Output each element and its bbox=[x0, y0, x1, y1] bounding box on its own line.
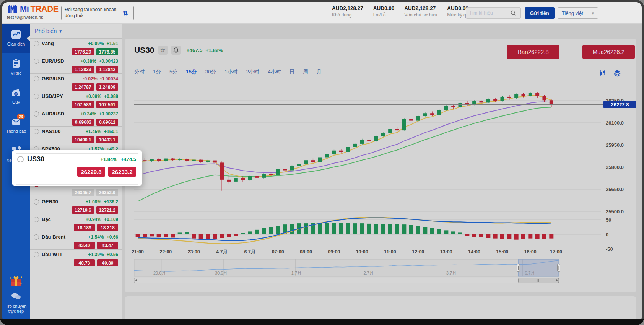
favorite-star-button[interactable]: ☆ bbox=[158, 46, 168, 55]
svg-text:30.6月: 30.6月 bbox=[215, 271, 227, 275]
svg-text:29.6月: 29.6月 bbox=[153, 271, 166, 275]
watchlist-row[interactable]: NAS100 +1.45%+150.1 10490.1 10493.1 bbox=[30, 126, 122, 144]
bid-price-button[interactable]: 40.73 bbox=[74, 259, 95, 266]
ask-price-button[interactable]: 12721.2 bbox=[96, 206, 118, 214]
deposit-button[interactable]: Gửi tiền bbox=[525, 7, 555, 19]
instrument-name: Bạc bbox=[42, 216, 86, 222]
ask-price-button[interactable]: 18.218 bbox=[97, 224, 118, 231]
instrument-radio[interactable] bbox=[34, 58, 39, 64]
ask-price-button[interactable]: 43.47 bbox=[97, 242, 118, 249]
bid-price-button[interactable]: 10490.1 bbox=[72, 136, 94, 143]
account-email: test78@hwtech.hk bbox=[7, 15, 59, 20]
ask-price-button[interactable]: 1776.85 bbox=[96, 48, 118, 55]
search-input[interactable] bbox=[469, 10, 511, 16]
watchlist-row[interactable]: EUR/USD +0.38%+0.00423 1.12833 1.12842 bbox=[30, 56, 122, 73]
svg-text:10:00: 10:00 bbox=[356, 249, 368, 255]
navigator-selection[interactable] bbox=[519, 259, 559, 276]
brand[interactable]: MiTRADE test78@hwtech.hk bbox=[7, 4, 59, 20]
svg-text:09:00: 09:00 bbox=[328, 249, 340, 255]
watchlist-row[interactable]: AUD/USD +0.34%+0.00237 0.69603 0.69611 bbox=[30, 109, 122, 126]
timeframe-tab[interactable]: 30分 bbox=[205, 68, 216, 75]
instrument-hover-popup[interactable]: US30 +1.84%+474.5 26229.8 26233.2 bbox=[12, 150, 142, 186]
timeframe-tab[interactable]: 5分 bbox=[169, 68, 177, 75]
timeframe-tab[interactable]: 2小时 bbox=[246, 68, 260, 75]
instrument-radio[interactable] bbox=[34, 94, 39, 99]
instrument-radio[interactable] bbox=[34, 111, 39, 117]
bid-price-button[interactable]: 107.583 bbox=[72, 101, 94, 108]
live-chat-label[interactable]: Trò chuyện trực tiếp bbox=[4, 304, 28, 315]
popup-bid-button[interactable]: 26229.8 bbox=[77, 167, 105, 177]
bid-price-button[interactable]: 0.69603 bbox=[72, 119, 94, 126]
ask-price-button[interactable]: 10493.1 bbox=[96, 136, 118, 143]
instrument-radio[interactable] bbox=[34, 252, 39, 257]
watchlist-row[interactable]: Bạc +0.94%+0.169 18.189 18.218 bbox=[30, 214, 122, 232]
timeframe-tab[interactable]: 1小时 bbox=[224, 68, 238, 75]
popup-ask-button[interactable]: 26233.2 bbox=[108, 167, 136, 177]
bid-price-button[interactable]: 1.12833 bbox=[72, 66, 94, 73]
watchlist-row[interactable]: GER30 +1.08%+136.2 12719.6 12721.2 bbox=[30, 197, 122, 214]
sidebar-item-funds[interactable]: $ Quỹ bbox=[2, 82, 30, 111]
instrument-change-abs: +0.66 bbox=[107, 234, 118, 240]
bid-price-button[interactable]: 1.24787 bbox=[72, 83, 94, 91]
sidebar-item-trade[interactable]: Giao dịch bbox=[2, 24, 30, 53]
sidebar-item-label: Giao dịch bbox=[7, 42, 26, 47]
instrument-change-pct: +1.45% bbox=[86, 129, 101, 134]
sidebar-item-positions[interactable]: Vị thế bbox=[2, 53, 30, 82]
timeframe-tab[interactable]: 日 bbox=[289, 68, 295, 75]
instrument-radio[interactable] bbox=[34, 41, 39, 46]
buy-button[interactable]: Mua26226.2 bbox=[582, 45, 635, 59]
instrument-change-abs: +136.2 bbox=[104, 199, 118, 205]
ask-price-button[interactable]: 107.591 bbox=[96, 101, 118, 108]
sidebar-item-label: Quỹ bbox=[11, 100, 21, 105]
swap-icon: ⇅ bbox=[123, 10, 128, 17]
instrument-radio[interactable] bbox=[34, 234, 39, 240]
instrument-radio[interactable] bbox=[34, 217, 39, 222]
instrument-radio[interactable] bbox=[34, 199, 39, 205]
symbol-search[interactable] bbox=[466, 7, 521, 19]
chart-scrollbar-track[interactable] bbox=[134, 278, 559, 283]
gift-icon[interactable] bbox=[8, 273, 24, 289]
timeframe-tab[interactable]: 15分 bbox=[186, 68, 197, 75]
instrument-radio[interactable] bbox=[17, 156, 24, 162]
ask-price-button[interactable]: 26352.9 bbox=[96, 189, 118, 196]
price-chart[interactable]: 26250.026100.025950.025800.025650.025500… bbox=[125, 81, 636, 288]
timeframe-tab[interactable]: 分时 bbox=[134, 68, 145, 75]
bid-price-button[interactable]: 26345.7 bbox=[72, 189, 94, 196]
chart-navigator[interactable]: 29.6月30.6月1.7月2.7月3.7月6.7月 bbox=[134, 259, 560, 283]
bid-price-button[interactable]: 43.40 bbox=[74, 242, 95, 249]
svg-text:$: $ bbox=[15, 92, 17, 96]
watchlist-row[interactable]: Dầu WTI +1.39%+0.56 40.73 40.80 bbox=[30, 249, 122, 267]
live-chat-icon[interactable] bbox=[10, 292, 22, 300]
ask-price-button[interactable]: 1.12842 bbox=[96, 66, 118, 73]
bid-price-button[interactable]: 18.189 bbox=[74, 224, 95, 231]
alert-bell-button[interactable] bbox=[171, 46, 181, 55]
timeframe-tab[interactable]: 4小时 bbox=[268, 68, 281, 75]
ask-price-button[interactable]: 0.69611 bbox=[96, 119, 118, 126]
svg-text:25950.0: 25950.0 bbox=[606, 142, 624, 148]
timeframe-tab[interactable]: 1分 bbox=[153, 68, 161, 75]
sell-button[interactable]: Bán26222.8 bbox=[507, 45, 559, 59]
indicators-layers-icon[interactable] bbox=[613, 69, 621, 77]
ask-price-button[interactable]: 40.80 bbox=[97, 259, 118, 266]
instrument-name: AUD/USD bbox=[42, 111, 81, 117]
watchlist-row[interactable]: Vàng +0.09%+1.51 1776.29 1776.85 bbox=[30, 38, 122, 56]
svg-text:16:00: 16:00 bbox=[524, 249, 537, 255]
timeframe-tab[interactable]: 月 bbox=[317, 68, 322, 75]
instrument-radio[interactable] bbox=[34, 76, 39, 81]
chart-type-candles-icon[interactable] bbox=[599, 69, 607, 77]
watchlist-row[interactable]: USD/JPY +0.08%+0.088 107.583 107.591 bbox=[30, 91, 122, 109]
timeframe-tab[interactable]: 周 bbox=[303, 68, 308, 75]
language-selector[interactable]: Tiếng việt ▾ bbox=[558, 7, 598, 19]
stat-value: AUD0.00 bbox=[373, 5, 395, 11]
watchlist-row[interactable]: Dầu Brent +1.54%+0.66 43.40 43.47 bbox=[30, 232, 122, 249]
bid-price-button[interactable]: 12719.6 bbox=[72, 206, 94, 214]
watchlist-row[interactable]: GBP/USD -0.02%-0.00024 1.24787 1.24809 bbox=[30, 73, 122, 91]
chart-card: US30 ☆ +467.5+1.82% Bán26222.8 Mua26226.… bbox=[125, 39, 636, 292]
watchlist-category-dropdown[interactable]: Phổ biến▼ bbox=[30, 24, 122, 38]
instrument-radio[interactable] bbox=[34, 129, 39, 134]
svg-text:07:00: 07:00 bbox=[272, 249, 284, 255]
ask-price-button[interactable]: 1.24809 bbox=[96, 83, 118, 91]
bid-price-button[interactable]: 1776.29 bbox=[72, 48, 94, 55]
switch-demo-account-button[interactable]: Đổi sang tài khoản khoản dùng thử ⇅ bbox=[61, 6, 134, 20]
sidebar-item-notifications[interactable]: 23 Thông báo bbox=[2, 111, 30, 140]
